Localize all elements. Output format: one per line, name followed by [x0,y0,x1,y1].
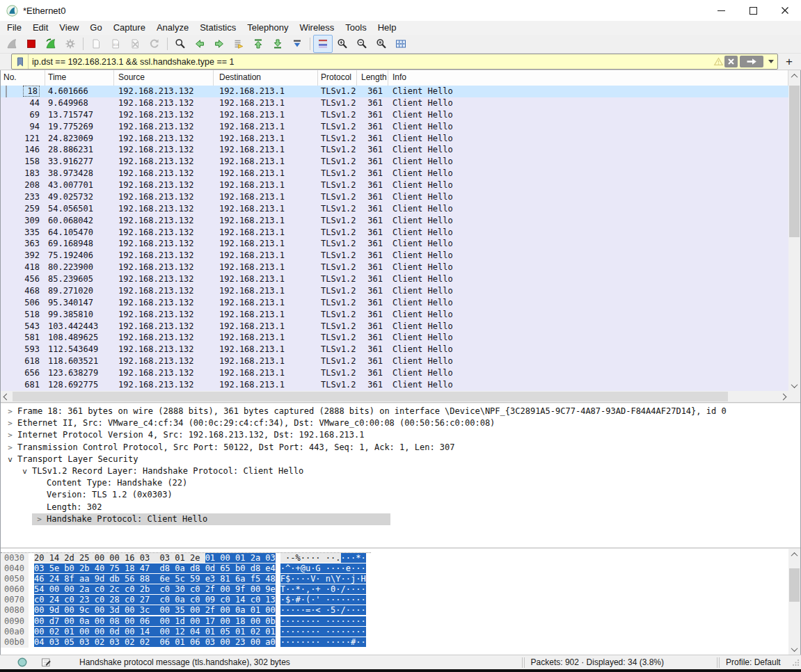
scroll-up-button[interactable] [788,70,800,81]
go-back-icon[interactable] [190,35,209,53]
hex-bytes[interactable]: 04 03 05 03 02 03 02 02 06 01 06 03 00 2… [34,637,276,648]
colorize-icon[interactable] [313,35,333,53]
hex-ascii[interactable]: ·····=·< ·5·/···· [280,605,366,616]
hex-row[interactable]: 006054 00 00 2a c0 2c c0 2b c0 30 c0 2f … [1,584,371,595]
menu-tools[interactable]: Tools [340,21,372,35]
hex-ascii[interactable]: T··*·,·+ ·0·/···· [280,584,366,595]
maximize-button[interactable] [737,0,769,21]
packet-row[interactable]: 51899.385810192.168.213.132192.168.213.1… [1,309,788,321]
hex-bytes[interactable]: 46 24 8f aa 9d db 56 88 6e 5c 59 e3 81 6… [34,574,276,584]
menu-analyze[interactable]: Analyze [151,21,194,35]
menu-edit[interactable]: Edit [27,21,54,35]
packet-row[interactable]: 36369.168948192.168.213.132192.168.213.1… [1,238,788,250]
expert-info-icon[interactable] [17,657,28,668]
packet-row-selected[interactable]: 184.601666192.168.213.132192.168.213.1TL… [1,86,788,97]
hex-ascii[interactable]: ·^·+@u·G ····e··· [280,563,366,574]
column-header-info[interactable]: Info [388,70,788,86]
packet-row[interactable]: 30960.068042192.168.213.132192.168.213.1… [1,215,788,227]
resize-grip[interactable] [793,658,800,668]
vertical-scroll-thumb[interactable] [789,86,800,237]
detail-row[interactable]: >Transmission Control Protocol, Src Port… [1,442,800,454]
expand-icon[interactable]: > [3,406,17,417]
go-first-icon[interactable] [248,35,268,53]
packet-row[interactable]: 581108.489625192.168.213.132192.168.213.… [1,332,788,344]
zoom-out-icon[interactable] [352,35,372,53]
close-button[interactable] [769,0,801,21]
packet-row[interactable]: 18338.973428192.168.213.132192.168.213.1… [1,168,788,179]
packet-list-scrollbar[interactable] [788,70,800,391]
detail-row-selected[interactable]: >Handshake Protocol: Client Hello [1,513,800,525]
add-filter-button[interactable]: + [782,54,797,70]
expand-icon[interactable]: > [3,442,17,454]
scroll-left-button[interactable] [1,391,12,402]
horizontal-scroll-thumb[interactable] [13,392,728,401]
profile-label[interactable]: Profile: Default [726,657,801,667]
packet-row[interactable]: 46889.271020192.168.213.132192.168.213.1… [1,285,788,297]
hex-ascii[interactable]: ········ ·····#·· [280,637,366,648]
hex-row[interactable]: 009000 d7 00 0a 00 08 00 06 00 1d 00 17 … [1,616,371,627]
zoom-in-icon[interactable] [333,35,352,53]
hex-bytes[interactable]: c0 24 c0 23 c0 28 c0 27 c0 0a c0 09 c0 1… [34,595,276,605]
horizontal-scrollbar[interactable] [1,391,788,402]
hex-bytes[interactable]: 54 00 00 2a c0 2c c0 2b c0 30 c0 2f 00 9… [34,584,276,595]
expand-icon[interactable]: > [3,417,17,429]
bytes-scroll-thumb[interactable] [789,568,800,602]
collapse-icon[interactable]: v [17,465,32,477]
hex-row[interactable]: 005046 24 8f aa 9d db 56 88 6e 5c 59 e3 … [1,574,371,584]
go-last-icon[interactable] [268,35,287,53]
hex-row[interactable]: 003020 14 2d 25 00 00 16 03 03 01 2e 01 … [1,553,371,563]
hex-ascii[interactable]: ·$·#·(·' ········ [280,595,366,605]
packet-row[interactable]: 15833.916277192.168.213.132192.168.213.1… [1,156,788,168]
bytes-scrollbar[interactable] [788,549,800,655]
resize-columns-icon[interactable] [391,35,411,53]
scroll-right-button[interactable] [777,391,788,402]
packet-row[interactable]: 50695.340147192.168.213.132192.168.213.1… [1,297,788,309]
detail-row[interactable]: vTLSv1.2 Record Layer: Handshake Protoco… [1,465,800,477]
detail-row[interactable]: Length: 302 [1,502,800,513]
menu-telephony[interactable]: Telephony [241,21,294,35]
hex-bytes[interactable]: 00 9d 00 9c 00 3d 00 3c 00 35 00 2f 00 0… [34,605,276,616]
scroll-down-button[interactable] [788,380,800,391]
packet-row[interactable]: 6913.715747192.168.213.132192.168.213.1T… [1,109,788,121]
hex-row[interactable]: 008000 9d 00 9c 00 3d 00 3c 00 35 00 2f … [1,605,371,616]
column-header-source[interactable]: Source [114,70,214,86]
packet-row[interactable]: 543103.442443192.168.213.132192.168.213.… [1,321,788,333]
packet-row[interactable]: 20843.007701192.168.213.132192.168.213.1… [1,179,788,191]
filter-apply-button[interactable] [740,56,763,67]
detail-row[interactable]: vTransport Layer Security [1,454,800,465]
menu-view[interactable]: View [54,21,84,35]
bookmark-icon[interactable] [12,54,29,69]
hex-ascii[interactable]: ········ ········ [280,616,366,627]
detail-row[interactable]: >Frame 18: 361 bytes on wire (2888 bits)… [1,406,800,417]
column-header-destination[interactable]: Destination [214,70,318,86]
filter-dropdown-button[interactable] [766,56,776,67]
minimize-button[interactable] [705,0,737,21]
go-forward-icon[interactable] [209,35,229,53]
packet-row[interactable]: 25954.056501192.168.213.132192.168.213.1… [1,203,788,215]
packet-row[interactable]: 593112.543649192.168.213.132192.168.213.… [1,344,788,355]
hex-bytes[interactable]: 20 14 2d 25 00 00 16 03 03 01 2e 01 00 0… [34,553,276,563]
filter-input[interactable] [29,57,712,67]
menu-statistics[interactable]: Statistics [194,21,241,35]
hex-row[interactable]: 0070c0 24 c0 23 c0 28 c0 27 c0 0a c0 09 … [1,595,371,605]
hex-row[interactable]: 00a000 02 01 00 00 0d 00 14 00 12 04 01 … [1,627,371,637]
capture-comment-icon[interactable] [40,657,51,668]
packet-row[interactable]: 681128.692775192.168.213.132192.168.213.… [1,379,788,391]
stop-capture-icon[interactable] [22,35,41,53]
packet-row[interactable]: 449.649968192.168.213.132192.168.213.1TL… [1,97,788,109]
go-to-packet-icon[interactable] [229,35,248,53]
menu-capture[interactable]: Capture [108,21,151,35]
column-header-time[interactable]: Time [45,70,114,86]
menu-go[interactable]: Go [84,21,107,35]
hex-ascii[interactable]: ········ ········ [280,627,366,637]
hex-ascii[interactable]: F$····V· n\Y··j·H [280,574,366,584]
detail-row[interactable]: >Internet Protocol Version 4, Src: 192.1… [1,429,800,441]
hex-row[interactable]: 00b004 03 05 03 02 03 02 02 06 01 06 03 … [1,637,371,648]
packet-row[interactable]: 45685.239605192.168.213.132192.168.213.1… [1,273,788,285]
packet-row[interactable]: 33564.105470192.168.213.132192.168.213.1… [1,227,788,239]
column-header-length[interactable]: Length [357,70,388,86]
filter-clear-button[interactable] [724,56,738,67]
packet-row[interactable]: 12124.823069192.168.213.132192.168.213.1… [1,133,788,145]
packet-row[interactable]: 656123.638279192.168.213.132192.168.213.… [1,367,788,379]
filter-field[interactable] [11,54,778,70]
